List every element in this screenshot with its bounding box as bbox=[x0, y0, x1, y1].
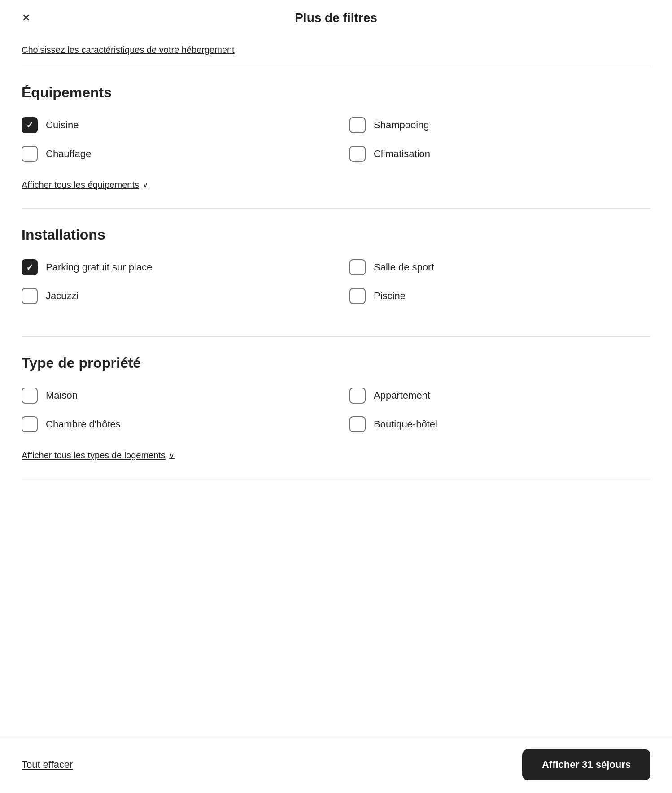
checkbox-item-parking[interactable]: ✓ Parking gratuit sur place bbox=[22, 259, 323, 275]
modal-content: Choisissez les caractéristiques de votre… bbox=[0, 36, 672, 793]
label-maison: Maison bbox=[46, 390, 78, 401]
checkbox-jacuzzi[interactable] bbox=[22, 288, 38, 304]
chevron-down-icon-types: ∨ bbox=[169, 451, 175, 460]
checkbox-parking[interactable]: ✓ bbox=[22, 259, 38, 275]
equipements-grid: ✓ Cuisine Shampooing Chauffage C bbox=[22, 117, 650, 162]
close-button[interactable]: ✕ bbox=[18, 10, 34, 26]
checkbox-item-maison[interactable]: Maison bbox=[22, 388, 323, 404]
label-parking: Parking gratuit sur place bbox=[46, 261, 152, 273]
checkbox-item-salle-sport[interactable]: Salle de sport bbox=[349, 259, 650, 275]
checkbox-item-climatisation[interactable]: Climatisation bbox=[349, 146, 650, 162]
checkbox-item-jacuzzi[interactable]: Jacuzzi bbox=[22, 288, 323, 304]
show-all-types-button[interactable]: Afficher tous les types de logements ∨ bbox=[22, 450, 175, 461]
label-chauffage: Chauffage bbox=[46, 148, 91, 160]
label-jacuzzi: Jacuzzi bbox=[46, 290, 79, 302]
installations-grid: ✓ Parking gratuit sur place Salle de spo… bbox=[22, 259, 650, 304]
checkbox-item-shampooing[interactable]: Shampooing bbox=[349, 117, 650, 133]
label-piscine: Piscine bbox=[374, 290, 406, 302]
show-all-equipements-button[interactable]: Afficher tous les équipements ∨ bbox=[22, 180, 148, 190]
section-installations: Installations ✓ Parking gratuit sur plac… bbox=[0, 209, 672, 336]
modal-container: ✕ Plus de filtres Choisissez les caracté… bbox=[0, 0, 672, 793]
chevron-down-icon-equipements: ∨ bbox=[143, 181, 148, 189]
show-results-button[interactable]: Afficher 31 séjours bbox=[522, 749, 650, 780]
checkbox-item-boutique-hotel[interactable]: Boutique-hôtel bbox=[349, 416, 650, 432]
label-chambre-hotes: Chambre d'hôtes bbox=[46, 418, 121, 430]
clear-button[interactable]: Tout effacer bbox=[22, 759, 73, 771]
show-all-equipements-label: Afficher tous les équipements bbox=[22, 180, 139, 190]
section-type-propriete: Type de propriété Maison Appartement Cha… bbox=[0, 337, 672, 479]
subtitle-link[interactable]: Choisissez les caractéristiques de votre… bbox=[0, 36, 672, 66]
section-equipements: Équipements ✓ Cuisine Shampooing bbox=[0, 66, 672, 208]
label-appartement: Appartement bbox=[374, 390, 430, 401]
checkmark-parking: ✓ bbox=[26, 263, 34, 272]
label-salle-sport: Salle de sport bbox=[374, 261, 434, 273]
checkbox-item-chambre-hotes[interactable]: Chambre d'hôtes bbox=[22, 416, 323, 432]
checkbox-item-appartement[interactable]: Appartement bbox=[349, 388, 650, 404]
checkbox-item-cuisine[interactable]: ✓ Cuisine bbox=[22, 117, 323, 133]
modal-title: Plus de filtres bbox=[295, 11, 377, 25]
section-title-equipements: Équipements bbox=[22, 84, 650, 101]
checkbox-shampooing[interactable] bbox=[349, 117, 366, 133]
section-title-installations: Installations bbox=[22, 227, 650, 243]
checkbox-cuisine[interactable]: ✓ bbox=[22, 117, 38, 133]
modal-header: ✕ Plus de filtres bbox=[0, 0, 672, 36]
section-title-type-propriete: Type de propriété bbox=[22, 355, 650, 371]
checkbox-piscine[interactable] bbox=[349, 288, 366, 304]
checkbox-chauffage[interactable] bbox=[22, 146, 38, 162]
show-all-types-label: Afficher tous les types de logements bbox=[22, 450, 166, 461]
modal-footer: Tout effacer Afficher 31 séjours bbox=[0, 736, 672, 793]
type-propriete-grid: Maison Appartement Chambre d'hôtes Bouti… bbox=[22, 388, 650, 432]
checkmark-cuisine: ✓ bbox=[26, 121, 34, 130]
label-shampooing: Shampooing bbox=[374, 119, 429, 131]
label-climatisation: Climatisation bbox=[374, 148, 430, 160]
divider-footer-top bbox=[22, 479, 650, 479]
checkbox-appartement[interactable] bbox=[349, 388, 366, 404]
checkbox-salle-sport[interactable] bbox=[349, 259, 366, 275]
checkbox-maison[interactable] bbox=[22, 388, 38, 404]
close-icon: ✕ bbox=[22, 12, 30, 24]
checkbox-climatisation[interactable] bbox=[349, 146, 366, 162]
checkbox-item-chauffage[interactable]: Chauffage bbox=[22, 146, 323, 162]
label-cuisine: Cuisine bbox=[46, 119, 79, 131]
checkbox-boutique-hotel[interactable] bbox=[349, 416, 366, 432]
label-boutique-hotel: Boutique-hôtel bbox=[374, 418, 437, 430]
checkbox-chambre-hotes[interactable] bbox=[22, 416, 38, 432]
checkbox-item-piscine[interactable]: Piscine bbox=[349, 288, 650, 304]
